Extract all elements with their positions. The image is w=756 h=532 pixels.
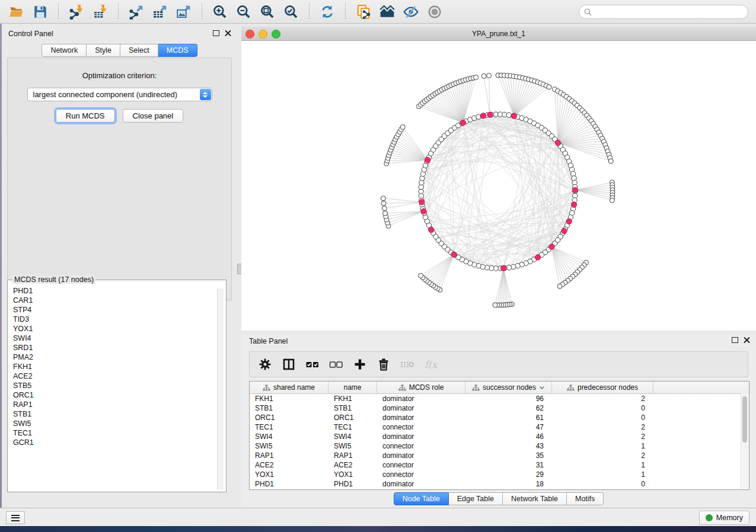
- first-neighbors-of-selected-button[interactable]: [375, 1, 399, 23]
- task-history-button[interactable]: [6, 511, 25, 524]
- refresh-network-view-button[interactable]: [315, 1, 339, 23]
- table-row[interactable]: TEC1TEC1connector472: [250, 422, 749, 432]
- control-panel-close-icon[interactable]: [225, 30, 231, 36]
- show-all-button[interactable]: [423, 1, 446, 23]
- mcds-result-item[interactable]: STB5: [13, 381, 224, 390]
- deselect-all-rows-button[interactable]: [326, 354, 347, 375]
- zoom-in-button[interactable]: [208, 1, 232, 23]
- mcds-result-item[interactable]: SWI4: [13, 334, 224, 343]
- mcds-result-item[interactable]: STB1: [13, 409, 224, 419]
- graph-hub-node[interactable]: [429, 227, 434, 232]
- mcds-result-item[interactable]: CAR1: [13, 296, 224, 305]
- mcds-result-item[interactable]: STP4: [13, 305, 224, 315]
- mcds-result-item[interactable]: RAP1: [13, 400, 224, 409]
- add-column-button[interactable]: [349, 354, 371, 375]
- column-header-successor-nodes[interactable]: successor nodes: [465, 382, 552, 393]
- graph-hub-node[interactable]: [421, 209, 426, 214]
- hide-selected-button[interactable]: [399, 1, 423, 23]
- run-mcds-button[interactable]: Run MCDS: [56, 109, 115, 123]
- table-row[interactable]: FKH1FKH1dominator962: [250, 394, 749, 403]
- toggle-panels-button[interactable]: [278, 354, 299, 375]
- table-row[interactable]: YOX1YOX1connector291: [250, 470, 749, 479]
- tab-edge-table[interactable]: Edge Table: [449, 492, 503, 505]
- graph-node[interactable]: [608, 159, 613, 164]
- graph-hub-node[interactable]: [535, 255, 540, 260]
- graph-hub-node[interactable]: [566, 219, 572, 224]
- mcds-result-item[interactable]: FKH1: [13, 362, 224, 371]
- graph-node[interactable]: [481, 73, 486, 78]
- new-network-from-selection-button[interactable]: [352, 1, 375, 23]
- tab-node-table[interactable]: Node Table: [394, 492, 449, 505]
- search-box[interactable]: [579, 5, 748, 19]
- memory-button[interactable]: Memory: [699, 511, 749, 525]
- tab-motifs[interactable]: Motifs: [567, 492, 604, 505]
- mcds-result-item[interactable]: YOX1: [13, 324, 224, 334]
- table-row[interactable]: SWI4SWI4dominator462: [250, 432, 749, 441]
- window-close-icon[interactable]: [245, 30, 254, 39]
- mcds-result-item[interactable]: GCR1: [13, 438, 224, 447]
- delete-table-button[interactable]: [397, 354, 418, 375]
- graph-node[interactable]: [382, 206, 387, 211]
- mcds-result-item[interactable]: SRD1: [13, 343, 224, 352]
- column-header-name[interactable]: name: [328, 382, 377, 393]
- select-all-rows-button[interactable]: [302, 354, 323, 375]
- export-table-button[interactable]: [148, 1, 172, 23]
- mcds-result-item[interactable]: TID3: [13, 315, 224, 324]
- vertical-splitter[interactable]: [237, 27, 241, 501]
- table-options-gear-button[interactable]: [254, 354, 276, 375]
- save-session-button[interactable]: [28, 1, 52, 23]
- column-header-MCDS-role[interactable]: MCDS role: [377, 382, 465, 393]
- graph-node[interactable]: [383, 211, 388, 216]
- mcds-result-item[interactable]: PHD1: [13, 286, 224, 296]
- graph-node[interactable]: [547, 85, 551, 89]
- table-row[interactable]: STB1STB1dominator620: [250, 403, 749, 413]
- tab-select[interactable]: Select: [120, 44, 158, 57]
- graph-node[interactable]: [474, 75, 479, 80]
- graph-hub-node[interactable]: [481, 113, 486, 118]
- graph-node[interactable]: [400, 125, 405, 130]
- zoom-selected-region-button[interactable]: [279, 1, 303, 23]
- table-row[interactable]: ACE2ACE2connector311: [250, 460, 749, 470]
- column-header-predecessor-nodes[interactable]: predecessor nodes: [552, 382, 653, 393]
- graph-hub-node[interactable]: [562, 228, 567, 233]
- graph-hub-node[interactable]: [571, 202, 576, 207]
- table-row[interactable]: ORC1ORC1dominator610: [250, 413, 749, 422]
- graph-hub-node[interactable]: [549, 244, 554, 249]
- graph-node[interactable]: [419, 273, 423, 278]
- graph-node[interactable]: [487, 73, 492, 78]
- function-builder-button[interactable]: f(x): [420, 354, 442, 375]
- import-network-from-file-button[interactable]: [65, 1, 88, 23]
- tab-network-table[interactable]: Network Table: [503, 492, 567, 505]
- open-file-button[interactable]: [5, 1, 28, 23]
- graph-node[interactable]: [557, 284, 562, 289]
- graph-node[interactable]: [493, 303, 497, 307]
- graph-hub-node[interactable]: [511, 113, 516, 118]
- table-scrollbar[interactable]: [741, 393, 749, 489]
- graph-hub-node[interactable]: [500, 265, 506, 271]
- table-row[interactable]: RAP1RAP1dominator352: [250, 451, 749, 460]
- optimization-criterion-select[interactable]: largest connected component (undirected): [27, 88, 212, 101]
- table-row[interactable]: SWI5SWI5connector431: [250, 441, 749, 451]
- search-input[interactable]: [594, 6, 748, 18]
- zoom-fit-content-button[interactable]: [256, 1, 279, 23]
- import-table-from-file-button[interactable]: [88, 1, 112, 23]
- graph-node[interactable]: [381, 196, 385, 201]
- graph-node[interactable]: [610, 198, 614, 203]
- mcds-result-item[interactable]: PMA2: [13, 352, 224, 362]
- mcds-result-item[interactable]: TEC1: [13, 428, 224, 438]
- control-panel-float-icon[interactable]: [213, 30, 219, 36]
- mcds-result-scrollbar[interactable]: [217, 289, 224, 490]
- export-network-button[interactable]: [125, 1, 148, 23]
- zoom-out-button[interactable]: [232, 1, 256, 23]
- tab-style[interactable]: Style: [87, 44, 120, 57]
- tab-mcds[interactable]: MCDS: [158, 44, 197, 57]
- mcds-result-item[interactable]: SWI5: [13, 419, 224, 428]
- window-maximize-icon[interactable]: [272, 30, 280, 39]
- tab-network[interactable]: Network: [42, 44, 87, 57]
- graph-hub-node[interactable]: [487, 112, 493, 117]
- network-window-titlebar[interactable]: YPA_prune.txt_1: [241, 27, 756, 41]
- delete-columns-button[interactable]: [373, 354, 394, 375]
- graph-node[interactable]: [381, 201, 386, 206]
- graph-hub-node[interactable]: [555, 140, 560, 146]
- table-panel-float-icon[interactable]: [732, 337, 738, 343]
